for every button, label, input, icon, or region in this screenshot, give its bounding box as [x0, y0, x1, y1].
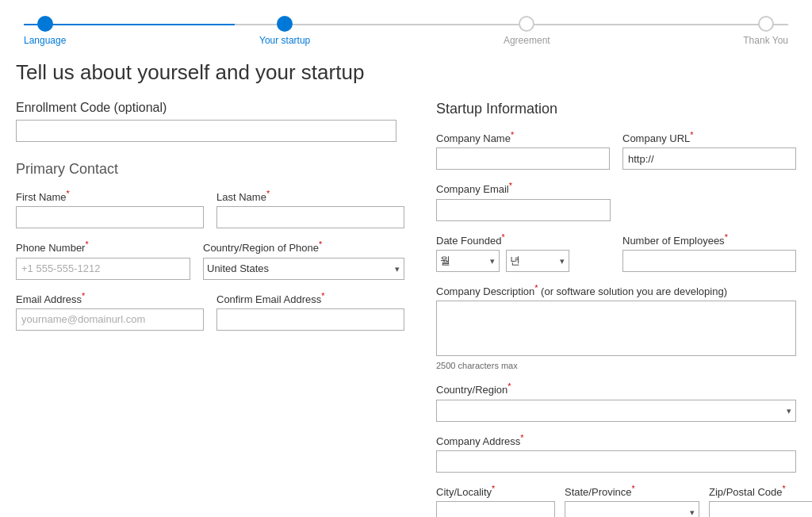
state-select[interactable] — [565, 501, 699, 517]
country-region-group: Country/Region* — [436, 381, 796, 421]
description-label: Company Description* (or software soluti… — [436, 283, 796, 297]
form-right: Startup Information Company Name* Compan… — [436, 101, 796, 517]
company-name-label: Company Name* — [436, 130, 610, 144]
email-row: Email Address* Confirm Email Address* — [16, 291, 404, 342]
first-name-label: First Name* — [16, 189, 204, 203]
enrollment-input[interactable] — [16, 120, 396, 142]
description-group: Company Description* (or software soluti… — [436, 283, 796, 370]
state-label: State/Province* — [565, 484, 699, 498]
step-label-agreement: Agreement — [504, 35, 550, 46]
first-name-group: First Name* — [16, 189, 204, 228]
country-phone-group: Country/Region of Phone* United States — [203, 239, 404, 279]
company-address-label: Company Address* — [436, 433, 796, 447]
month-select[interactable]: 월 — [436, 250, 500, 272]
employees-input[interactable] — [622, 250, 796, 272]
country-region-select[interactable] — [436, 400, 796, 422]
step-label-language: Language — [24, 35, 66, 46]
country-phone-select-wrapper: United States — [203, 258, 404, 280]
phone-group: Phone Number* — [16, 239, 190, 279]
year-select[interactable]: 년 — [506, 250, 569, 272]
city-input[interactable] — [436, 501, 555, 517]
first-name-input[interactable] — [16, 206, 204, 228]
last-name-group: Last Name* — [216, 189, 404, 228]
company-email-group: Company Email* — [436, 181, 796, 220]
employees-group: Number of Employees* — [622, 232, 796, 272]
date-employees-row: Date Founded* 월 년 — [436, 232, 796, 283]
zip-input[interactable] — [709, 501, 812, 517]
zip-label: Zip/Postal Code* — [709, 484, 812, 498]
date-founded-row: 월 년 — [436, 250, 610, 272]
company-email-label: Company Email* — [436, 181, 796, 195]
country-phone-label: Country/Region of Phone* — [203, 239, 404, 254]
page-title: Tell us about yourself and your startup — [16, 60, 796, 85]
step-language[interactable]: Language — [24, 16, 66, 46]
step-thank-you[interactable]: Thank You — [743, 16, 788, 46]
phone-country-row: Phone Number* Country/Region of Phone* U… — [16, 239, 404, 290]
company-url-input[interactable] — [622, 147, 796, 170]
zip-group: Zip/Postal Code* — [709, 484, 812, 517]
form-left: Enrollment Code (optional) Primary Conta… — [16, 101, 404, 517]
email-input[interactable] — [16, 308, 204, 331]
company-name-input[interactable] — [436, 147, 610, 170]
country-region-select-wrapper — [436, 400, 796, 422]
step-label-thank-you: Thank You — [743, 35, 788, 46]
last-name-label: Last Name* — [216, 189, 404, 203]
step-your-startup[interactable]: Your startup — [259, 16, 310, 46]
date-founded-label: Date Founded* — [436, 232, 610, 247]
step-label-your-startup: Your startup — [259, 35, 310, 46]
confirm-email-input[interactable] — [216, 308, 404, 331]
company-address-input[interactable] — [436, 450, 796, 473]
phone-input[interactable] — [16, 258, 190, 280]
step-agreement[interactable]: Agreement — [504, 16, 550, 46]
enrollment-section: Enrollment Code (optional) — [16, 101, 404, 142]
last-name-input[interactable] — [216, 206, 404, 228]
name-row: First Name* Last Name* — [16, 189, 404, 239]
primary-contact-title: Primary Contact — [16, 161, 404, 178]
state-select-wrapper — [565, 501, 699, 517]
primary-contact-section: Primary Contact First Name* Last Name* — [16, 161, 404, 342]
form-columns: Enrollment Code (optional) Primary Conta… — [16, 101, 796, 517]
date-founded-group: Date Founded* 월 년 — [436, 232, 610, 272]
char-limit: 2500 characters max — [436, 361, 796, 370]
state-group: State/Province* — [565, 484, 699, 517]
step-circle-language — [37, 16, 53, 32]
startup-section-title: Startup Information — [436, 101, 796, 117]
month-select-wrapper: 월 — [436, 250, 500, 272]
city-label: City/Locality* — [436, 484, 555, 498]
confirm-email-label: Confirm Email Address* — [216, 291, 404, 305]
company-email-input[interactable] — [436, 199, 611, 221]
city-group: City/Locality* — [436, 484, 555, 517]
enrollment-label: Enrollment Code (optional) — [16, 101, 404, 115]
company-url-group: Company URL* — [622, 130, 796, 170]
country-region-label: Country/Region* — [436, 381, 796, 396]
employees-label: Number of Employees* — [622, 232, 796, 247]
progress-steps: Language Your startup Agreement Thank Yo… — [24, 16, 788, 46]
step-circle-your-startup — [277, 16, 293, 32]
company-name-url-row: Company Name* Company URL* — [436, 130, 796, 181]
email-label: Email Address* — [16, 291, 204, 305]
year-select-wrapper: 년 — [506, 250, 569, 272]
step-circle-agreement — [519, 16, 534, 32]
country-phone-select[interactable]: United States — [203, 258, 404, 280]
phone-label: Phone Number* — [16, 239, 190, 254]
email-group: Email Address* — [16, 291, 204, 331]
description-textarea[interactable] — [436, 301, 796, 356]
progress-bar: Language Your startup Agreement Thank Yo… — [16, 16, 796, 46]
company-name-group: Company Name* — [436, 130, 610, 170]
company-address-group: Company Address* — [436, 433, 796, 473]
company-url-label: Company URL* — [622, 130, 796, 144]
step-circle-thank-you — [758, 16, 774, 32]
city-state-zip-row: City/Locality* State/Province* Zip/Posta… — [436, 484, 796, 517]
confirm-email-group: Confirm Email Address* — [216, 291, 404, 331]
